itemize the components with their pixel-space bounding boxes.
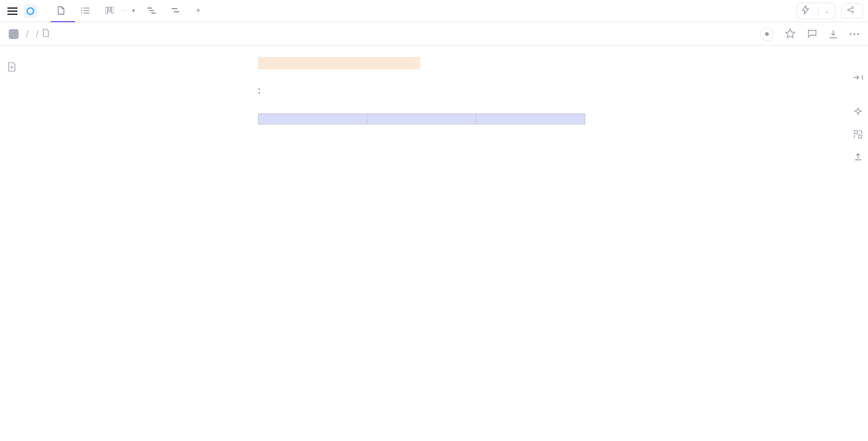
tab-activities[interactable] <box>75 0 99 22</box>
svg-rect-18 <box>854 131 857 134</box>
tab-board[interactable]: ▾ <box>99 0 141 22</box>
chevron-down-icon: ▾ <box>132 7 135 14</box>
workspace-logo[interactable] <box>24 4 37 18</box>
comment-icon[interactable] <box>807 28 817 39</box>
top-bar: ▾ + ⌄ <box>0 0 868 22</box>
bolt-icon <box>802 6 809 16</box>
record-icon[interactable] <box>760 27 774 41</box>
collapse-icon[interactable] <box>853 74 863 81</box>
svg-rect-4 <box>105 7 108 14</box>
more-icon[interactable] <box>849 33 859 35</box>
svg-rect-10 <box>172 8 177 9</box>
automate-button[interactable]: ⌄ <box>797 2 835 19</box>
add-view-button[interactable]: + <box>190 0 211 22</box>
levels-table <box>258 113 585 124</box>
table-header <box>367 114 476 124</box>
tab-timeline[interactable] <box>166 0 190 22</box>
timeline-icon <box>172 7 180 14</box>
share-button[interactable] <box>841 3 863 19</box>
export-icon[interactable] <box>853 152 863 161</box>
board-icon <box>105 7 113 14</box>
table-header <box>476 114 585 124</box>
doc-icon <box>42 28 50 39</box>
svg-point-0 <box>27 7 33 14</box>
tab-badge <box>121 10 127 11</box>
tool-rail <box>853 74 863 161</box>
menu-button[interactable] <box>5 4 20 19</box>
views-tabs: ▾ + <box>51 0 211 22</box>
svg-rect-5 <box>108 7 111 12</box>
svg-point-2 <box>81 10 82 11</box>
svg-rect-7 <box>148 7 152 9</box>
space-badge[interactable] <box>9 29 19 39</box>
breadcrumb: / / <box>0 22 868 46</box>
gantt-icon <box>148 7 156 14</box>
chevron-down-icon[interactable]: ⌄ <box>825 8 830 14</box>
add-page-button[interactable] <box>7 62 21 74</box>
document-body: : <box>258 57 611 153</box>
doc-icon <box>57 6 65 15</box>
plus-page-icon <box>7 62 16 74</box>
svg-point-15 <box>849 33 851 35</box>
ai-icon[interactable] <box>853 108 863 116</box>
star-icon[interactable] <box>785 28 795 39</box>
svg-rect-19 <box>859 135 862 138</box>
tab-getting-started[interactable] <box>51 0 75 22</box>
guide-paragraph: : <box>258 83 611 97</box>
share-icon <box>847 6 854 15</box>
focus-icon[interactable] <box>853 130 863 139</box>
svg-rect-6 <box>112 7 114 13</box>
plus-icon: + <box>196 6 201 15</box>
svg-point-16 <box>853 33 855 35</box>
svg-rect-8 <box>149 10 154 11</box>
tab-gantt[interactable] <box>141 0 166 22</box>
svg-point-1 <box>81 7 82 9</box>
svg-rect-9 <box>151 12 156 14</box>
download-icon[interactable] <box>828 29 838 39</box>
list-icon <box>81 7 89 14</box>
table-header <box>259 114 368 124</box>
svg-point-17 <box>857 33 859 35</box>
svg-rect-11 <box>174 11 179 12</box>
svg-point-3 <box>81 12 82 14</box>
